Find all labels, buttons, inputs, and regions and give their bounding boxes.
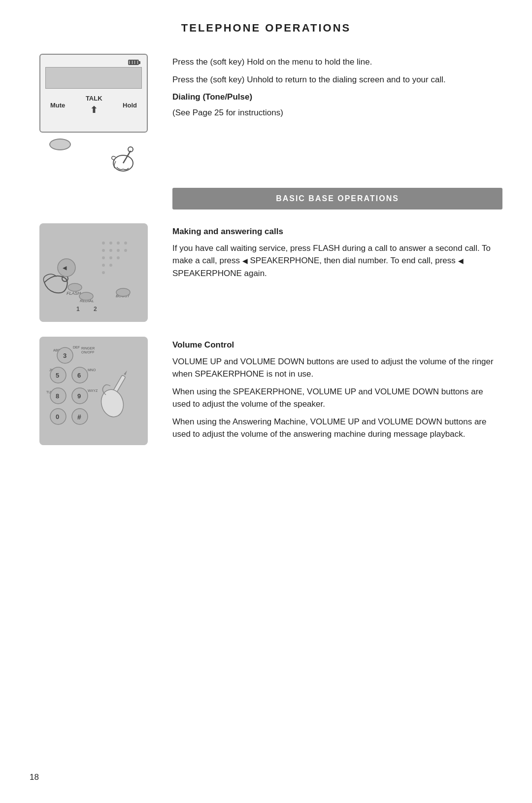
hold-text-col: Press the (soft key) Hold on the menu to… [172,54,502,124]
svg-text:2: 2 [94,306,97,313]
svg-text:8: 8 [56,392,59,400]
svg-point-17 [102,249,105,252]
making-calls-p3: SPEAKERPHONE again. [172,269,267,278]
making-calls-p2: SPEAKERPHONE, then dial number. To end c… [248,256,458,265]
page-title: TELEPHONE OPERATIONS [30,20,502,36]
svg-text:3: 3 [63,352,66,359]
keypad-image: ABC 3 DEF RINGER ON/OFF JKL 5 6 MNO TUV … [39,337,148,445]
svg-point-14 [109,242,112,244]
svg-text:1: 1 [76,306,80,313]
svg-point-24 [102,264,105,267]
hold-paragraph-2: Press the (soft key) Unhold to return to… [172,73,502,86]
volume-text-col: Volume Control VOLUME UP and VOLUME DOWN… [172,337,502,446]
base-svg: FLASH REDIAL BOOST 1 2 [39,223,148,322]
svg-point-19 [117,249,120,252]
svg-point-8 [79,292,93,300]
making-calls-section: FLASH REDIAL BOOST 1 2 [30,223,502,322]
keypad-image-col: ABC 3 DEF RINGER ON/OFF JKL 5 6 MNO TUV … [30,337,158,445]
svg-point-22 [109,256,112,259]
making-calls-text-col: Making and answering calls If you have c… [172,223,502,284]
hold-section: Mute TALK ⬆ Hold [30,54,502,173]
keypad-svg: ABC 3 DEF RINGER ON/OFF JKL 5 6 MNO TUV … [39,337,148,445]
svg-text:9: 9 [77,392,81,400]
svg-point-27 [58,259,75,277]
volume-paragraph-3: When using the Answering Machine, VOLUME… [172,416,502,441]
svg-text:WXYZ: WXYZ [88,389,98,392]
talk-label: TALK [86,94,102,104]
dialing-heading: Dialing (Tone/Pulse) [172,91,502,104]
speakerphone-icon-1: ◀ [242,257,248,265]
volume-paragraph-1: VOLUME UP and VOLUME DOWN buttons are us… [172,355,502,381]
svg-point-15 [117,242,120,244]
basic-base-banner: BASIC BASE OPERATIONS [172,188,502,209]
svg-point-13 [102,242,105,244]
arrow-updown-icon: ⬆ [90,104,98,117]
svg-text:MNO: MNO [88,368,96,372]
dialing-text: (See Page 25 for instructions) [172,106,502,119]
svg-point-16 [124,242,127,244]
svg-text:RINGER: RINGER [81,347,95,350]
making-calls-heading: Making and answering calls [172,225,502,238]
svg-point-20 [124,249,127,252]
svg-text:5: 5 [56,372,59,379]
battery-icon [128,60,139,65]
hold-label: Hold [123,101,137,110]
base-image: FLASH REDIAL BOOST 1 2 [39,223,148,322]
svg-text:◀: ◀ [63,265,67,271]
volume-heading: Volume Control [172,339,502,351]
svg-point-21 [102,256,105,259]
phone-display-image: Mute TALK ⬆ Hold [30,54,158,173]
svg-point-26 [102,271,105,274]
oval-button-left[interactable] [49,139,71,150]
hold-paragraph-1: Press the (soft key) Hold on the menu to… [172,56,502,69]
svg-point-23 [117,256,120,259]
svg-point-18 [109,249,112,252]
svg-point-6 [68,283,82,291]
svg-text:#: # [77,413,81,421]
hand-point-icon [103,139,138,173]
page-number: 18 [30,771,39,784]
volume-paragraph-2: When using the SPEAKERPHONE, VOLUME UP a… [172,385,502,411]
svg-text:0: 0 [56,413,59,420]
making-calls-text: If you have call waiting service, press … [172,242,502,280]
svg-point-25 [109,264,112,267]
phone-label-row: Mute TALK ⬆ Hold [45,94,142,117]
dialing-section: Dialing (Tone/Pulse) (See Page 25 for in… [172,91,502,119]
phone-display: Mute TALK ⬆ Hold [39,54,148,133]
base-image-col: FLASH REDIAL BOOST 1 2 [30,223,158,322]
speakerphone-icon-2: ◀ [458,257,464,265]
svg-text:DEF: DEF [73,346,80,349]
svg-text:6: 6 [77,372,81,379]
basic-base-banner-wrapper: BASIC BASE OPERATIONS [172,188,502,209]
volume-section: ABC 3 DEF RINGER ON/OFF JKL 5 6 MNO TUV … [30,337,502,446]
svg-point-10 [116,288,130,296]
mute-label: Mute [50,101,65,110]
svg-text:ON/OFF: ON/OFF [81,350,94,354]
